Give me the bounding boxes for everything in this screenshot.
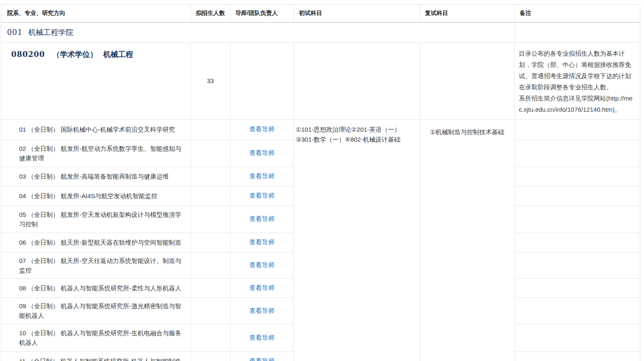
direction-mentor-cell: 查看导师 bbox=[230, 233, 294, 252]
direction-mentor-cell: 查看导师 bbox=[230, 278, 294, 297]
section-code: 001 bbox=[7, 28, 22, 37]
program-degree-type: （学术学位） bbox=[52, 50, 97, 59]
direction-remark-cell bbox=[515, 140, 640, 167]
direction-enrollment-cell bbox=[191, 351, 230, 361]
initial-exam-line-2: ③301-数学（一）④802-机械设计基础 bbox=[296, 135, 407, 145]
direction-label: 10 （全日制） 机器人与智能系统研究所-生机电融合与服务机器人 bbox=[1, 324, 191, 351]
program-row: 080200（学术学位）机械工程 33 目录公布的各专业拟招生人数为基本计划，学… bbox=[1, 42, 640, 119]
program-code: 080200 bbox=[11, 50, 45, 59]
column-header-retest: 复试科目 bbox=[420, 5, 515, 23]
column-header-initial-exam: 初试科目 bbox=[294, 5, 420, 23]
direction-remark-cell bbox=[515, 351, 640, 361]
direction-label: 03 （全日制） 航发所-高端装备智能再制造与健康运维 bbox=[1, 167, 191, 186]
column-header-remarks: 备注 bbox=[515, 5, 640, 23]
program-title: 080200（学术学位）机械工程 bbox=[1, 42, 191, 119]
view-mentors-link[interactable]: 查看导师 bbox=[249, 334, 274, 341]
direction-label: 05 （全日制） 航发所-空天发动机新架构设计与模型推演学习控制 bbox=[1, 206, 191, 233]
direction-mentor-cell: 查看导师 bbox=[230, 324, 294, 351]
view-mentors-link[interactable]: 查看导师 bbox=[249, 172, 274, 179]
direction-enrollment-cell bbox=[191, 186, 230, 206]
program-retest-cell bbox=[420, 42, 515, 119]
direction-enrollment-cell bbox=[191, 233, 230, 252]
direction-enrollment-cell bbox=[191, 167, 230, 186]
remark-paragraph-2: 系所招生简介信息详见学院网站(http://mec.xjtu.edu.cn/in… bbox=[519, 93, 635, 115]
remark-paragraph-1: 目录公布的各专业拟招生人数为基本计划，学院（部、中心）将根据接收推荐免试、普通招… bbox=[519, 48, 635, 93]
direction-enrollment-cell bbox=[191, 278, 230, 297]
view-mentors-link[interactable]: 查看导师 bbox=[249, 357, 274, 361]
direction-remark-cell bbox=[515, 324, 640, 351]
direction-mentor-cell: 查看导师 bbox=[230, 140, 294, 167]
direction-enrollment-cell bbox=[191, 206, 230, 233]
section-name: 机械工程学院 bbox=[28, 28, 73, 37]
section-title: 001机械工程学院 bbox=[1, 22, 515, 42]
section-row: 001机械工程学院 bbox=[1, 22, 640, 42]
section-remark-cell bbox=[515, 22, 640, 42]
direction-enrollment-cell bbox=[191, 252, 230, 278]
direction-remark-cell bbox=[515, 167, 640, 186]
column-header-mentor: 导师/团队负责人 bbox=[230, 5, 294, 23]
program-name: 机械工程 bbox=[103, 50, 133, 59]
direction-remark-cell bbox=[515, 206, 640, 233]
direction-label: 09 （全日制） 机器人与智能系统研究所-激光精密制造与智能机器人 bbox=[1, 297, 191, 324]
direction-label: 11 （全日制） 机器人与智能系统研究所-机器人与智能制造 bbox=[1, 351, 191, 361]
view-mentors-link[interactable]: 查看导师 bbox=[249, 307, 274, 314]
direction-mentor-cell: 查看导师 bbox=[230, 119, 294, 140]
direction-remark-cell bbox=[515, 119, 640, 140]
direction-remark-cell bbox=[515, 297, 640, 324]
view-mentors-link[interactable]: 查看导师 bbox=[249, 284, 274, 291]
direction-row-01: 01 （全日制） 国际机械中心-机械学术前沿交叉科学研究 查看导师 ①101-思… bbox=[1, 119, 640, 140]
direction-remark-cell bbox=[515, 186, 640, 206]
direction-label: 02 （全日制） 航发所-航空动力系统数字孪生、智能感知与健康管理 bbox=[1, 140, 191, 167]
direction-mentor-cell: 查看导师 bbox=[230, 252, 294, 278]
program-mentor-cell bbox=[230, 42, 294, 119]
direction-label: 04 （全日制） 航发所-AI4S与航空发动机智能监控 bbox=[1, 186, 191, 206]
admissions-table: 院系、专业、研究方向 拟招生人数 导师/团队负责人 初试科目 复试科目 备注 0… bbox=[1, 4, 640, 361]
view-mentors-link[interactable]: 查看导师 bbox=[249, 261, 274, 268]
direction-remark-cell bbox=[515, 233, 640, 252]
view-mentors-link[interactable]: 查看导师 bbox=[249, 149, 274, 156]
admissions-catalog-page: 院系、专业、研究方向 拟招生人数 导师/团队负责人 初试科目 复试科目 备注 0… bbox=[0, 0, 644, 361]
direction-mentor-cell: 查看导师 bbox=[230, 206, 294, 233]
direction-mentor-cell: 查看导师 bbox=[230, 297, 294, 324]
direction-label: 08 （全日制） 机器人与智能系统研究所-柔性与人形机器人 bbox=[1, 278, 191, 297]
view-mentors-link[interactable]: 查看导师 bbox=[249, 238, 274, 246]
planned-enrollment-value: 33 bbox=[191, 42, 230, 119]
direction-mentor-cell: 查看导师 bbox=[230, 167, 294, 186]
direction-remark-cell bbox=[515, 278, 640, 297]
direction-label: 07 （全日制） 航天所-空天往返动力系统智能设计、制造与监控 bbox=[1, 252, 191, 278]
column-header-department: 院系、专业、研究方向 bbox=[1, 5, 191, 23]
view-mentors-link[interactable]: 查看导师 bbox=[249, 215, 274, 222]
initial-exam-subjects: ①101-思想政治理论②201-英语（一） ③301-数学（一）④802-机械设… bbox=[294, 119, 420, 361]
view-mentors-link[interactable]: 查看导师 bbox=[249, 192, 274, 199]
program-remark: 目录公布的各专业拟招生人数为基本计划，学院（部、中心）将根据接收推荐免试、普通招… bbox=[515, 42, 640, 119]
direction-mentor-cell: 查看导师 bbox=[230, 351, 294, 361]
direction-enrollment-cell bbox=[191, 324, 230, 351]
direction-enrollment-cell bbox=[191, 119, 230, 140]
column-header-enrollment: 拟招生人数 bbox=[191, 5, 230, 23]
view-mentors-link[interactable]: 查看导师 bbox=[249, 125, 274, 133]
direction-remark-cell bbox=[515, 252, 640, 278]
direction-label: 06 （全日制） 航天所-新型航天器在轨维护与空间智能制造 bbox=[1, 233, 191, 252]
initial-exam-line-1: ①101-思想政治理论②201-英语（一） bbox=[296, 125, 407, 135]
direction-enrollment-cell bbox=[191, 140, 230, 167]
retest-exam-subjects: ①机械制造与控制技术基础 bbox=[420, 119, 515, 361]
direction-enrollment-cell bbox=[191, 297, 230, 324]
program-initial-exam-cell bbox=[294, 42, 420, 119]
direction-label: 01 （全日制） 国际机械中心-机械学术前沿交叉科学研究 bbox=[1, 119, 191, 140]
direction-mentor-cell: 查看导师 bbox=[230, 186, 294, 206]
retest-exam-line: ①机械制造与控制技术基础 bbox=[422, 127, 512, 137]
table-header-row: 院系、专业、研究方向 拟招生人数 导师/团队负责人 初试科目 复试科目 备注 bbox=[1, 5, 640, 23]
